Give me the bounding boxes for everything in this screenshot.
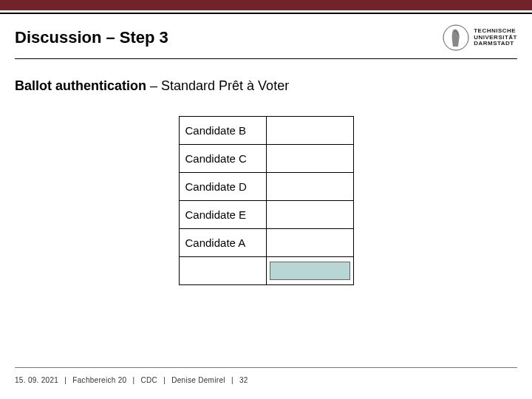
candidate-cell: Candidate C bbox=[179, 145, 266, 173]
candidate-cell: Candidate D bbox=[179, 173, 266, 201]
vote-cell bbox=[266, 173, 353, 201]
candidate-cell bbox=[179, 257, 266, 285]
vote-cell bbox=[266, 229, 353, 257]
candidate-cell: Candidate A bbox=[179, 229, 266, 257]
footer: 15. 09. 2021 | Fachbereich 20 | CDC | De… bbox=[15, 376, 248, 384]
table-row: Candidate C bbox=[179, 145, 353, 173]
footer-author: Denise Demirel bbox=[171, 376, 225, 384]
shaded-marker bbox=[270, 262, 350, 280]
table-row: Candidate B bbox=[179, 117, 353, 145]
section-bold: Ballot authentication bbox=[15, 78, 146, 93]
candidate-cell: Candidate B bbox=[179, 117, 266, 145]
table-row: Candidate A bbox=[179, 229, 353, 257]
athena-seal-icon bbox=[443, 24, 469, 51]
page-title: Discussion – Step 3 bbox=[15, 28, 168, 47]
vote-cell bbox=[266, 145, 353, 173]
section-heading: Ballot authentication – Standard Prêt à … bbox=[0, 59, 532, 94]
vote-cell bbox=[266, 117, 353, 145]
table-row: Candidate D bbox=[179, 173, 353, 201]
footer-sep: | bbox=[64, 376, 66, 384]
footer-sep: | bbox=[133, 376, 135, 384]
header: Discussion – Step 3 TECHNISCHE UNIVERSIT… bbox=[0, 14, 532, 58]
org-text: TECHNISCHE UNIVERSITÄT DARMSTADT bbox=[474, 28, 517, 47]
accent-bar bbox=[0, 0, 532, 10]
footer-dept: Fachbereich 20 bbox=[72, 376, 126, 384]
footer-divider bbox=[15, 367, 517, 368]
ballot-table: Candidate B Candidate C Candidate D Cand… bbox=[179, 116, 354, 285]
vote-cell bbox=[266, 201, 353, 229]
candidate-cell: Candidate E bbox=[179, 201, 266, 229]
vote-cell-shaded bbox=[266, 257, 353, 285]
table-row bbox=[179, 257, 353, 285]
footer-page: 32 bbox=[239, 376, 248, 384]
org-logo: TECHNISCHE UNIVERSITÄT DARMSTADT bbox=[443, 24, 517, 51]
footer-unit: CDC bbox=[141, 376, 158, 384]
footer-sep: | bbox=[163, 376, 166, 384]
org-line3: DARMSTADT bbox=[474, 41, 517, 47]
table-row: Candidate E bbox=[179, 201, 353, 229]
section-rest: – Standard Prêt à Voter bbox=[146, 78, 289, 93]
footer-date: 15. 09. 2021 bbox=[15, 376, 58, 384]
footer-sep: | bbox=[231, 376, 233, 384]
